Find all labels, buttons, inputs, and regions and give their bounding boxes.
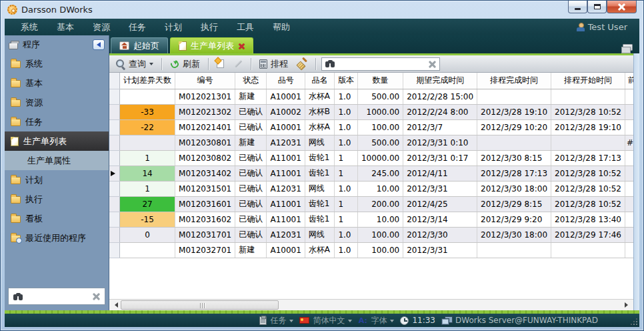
table-row[interactable]: -15M012031602已确认A11001齿轮1110.002012/3/14… — [109, 212, 639, 227]
cell-expect_finish: 2012/3/14 — [403, 212, 477, 227]
scroll-right-button[interactable] — [622, 300, 633, 310]
sidebar-collapse-button[interactable] — [93, 39, 105, 50]
menu-item-帮助[interactable]: 帮助 — [263, 19, 299, 35]
column-header-qty[interactable]: 数量 — [357, 73, 403, 89]
current-user[interactable]: Test User — [577, 22, 633, 32]
table-row[interactable]: -22M012021401已确认A10001水杯A1.0100.002012/3… — [109, 119, 639, 135]
menu-item-系统[interactable]: 系统 — [11, 19, 47, 35]
table-row[interactable]: M012030801新建A12031网线1.0500.002012/3/31 0… — [109, 135, 639, 150]
sidebar-item-任务[interactable]: 任务 — [5, 112, 109, 131]
row-selector[interactable] — [109, 212, 120, 227]
window-list-icon[interactable] — [623, 44, 633, 51]
cell-expect_finish: 2012/3/31 0:10 — [403, 135, 477, 150]
close-button[interactable] — [607, 1, 637, 13]
tab-close-icon[interactable] — [238, 43, 245, 49]
tab-orders-list[interactable]: 生产单列表 — [170, 37, 253, 53]
row-selector[interactable] — [109, 89, 120, 104]
app-gear-icon — [7, 5, 17, 15]
cell-item_name: 水杯B — [305, 104, 335, 119]
table-row[interactable]: 1M012030802已确认A11001齿轮1110000.002012/3/3… — [109, 150, 639, 166]
cell-item_name: 齿轮1 — [305, 166, 335, 181]
scrollbar-thumb[interactable] — [121, 300, 279, 310]
status-language-menu[interactable]: 简体中文 — [299, 315, 352, 326]
column-header-item_no[interactable]: 品号 — [267, 73, 305, 89]
menu-item-执行[interactable]: 执行 — [191, 19, 227, 35]
row-selector[interactable] — [109, 242, 120, 258]
menubar-items: 系统基本资源任务计划执行工具帮助 — [11, 19, 299, 35]
row-selector[interactable] — [109, 181, 120, 196]
column-header-status[interactable]: 状态 — [235, 73, 267, 89]
cell-qty: 245.00 — [357, 166, 403, 181]
sidebar-item-基本[interactable]: 基本 — [5, 73, 109, 93]
sidebar-item-看板[interactable]: 看板 — [5, 209, 109, 228]
schedule-button[interactable]: 排程 — [257, 57, 291, 71]
status-font-menu[interactable]: 字体 — [358, 315, 394, 326]
tab-home[interactable]: 起始页 — [111, 37, 168, 53]
table-row[interactable]: 0M012031701已确认A12031网线1.0100.002012/3/30… — [109, 227, 639, 242]
cell-item_no: A11001 — [267, 196, 305, 212]
row-selector-header — [109, 73, 120, 89]
resize-grip[interactable] — [631, 318, 637, 325]
table-row[interactable]: 27M012031601已确认A11001齿轮11200.002012/4/25… — [109, 196, 639, 212]
status-task-menu[interactable]: 任务 — [259, 315, 293, 326]
minimize-button[interactable] — [568, 1, 587, 13]
title-bar[interactable]: Darsson DWorks — [5, 1, 639, 19]
sidebar-item-最近使用的程序[interactable]: 最近使用的程序 — [5, 228, 109, 248]
column-header-sched_finish[interactable]: 排程完成时间 — [477, 73, 551, 89]
cell-item_no: A10002 — [267, 104, 305, 119]
column-header-code[interactable]: 编号 — [175, 73, 235, 89]
clear-schedule-button[interactable] — [295, 57, 310, 70]
scroll-left-button[interactable] — [109, 300, 120, 310]
row-selector[interactable] — [109, 104, 120, 119]
cell-qty: 100.00 — [357, 242, 403, 258]
row-selector[interactable] — [109, 135, 120, 150]
refresh-button[interactable]: 刷新 — [167, 57, 203, 71]
edit-button[interactable] — [231, 58, 245, 69]
sidebar-item-资源[interactable]: 资源 — [5, 93, 109, 112]
toolbar-search-input[interactable] — [339, 59, 425, 69]
sidebar-item-label: 计划 — [25, 174, 43, 186]
row-selector[interactable] — [109, 227, 120, 242]
sidebar-item-系统[interactable]: 系统 — [5, 54, 109, 73]
toolbar-search-clear-icon[interactable] — [428, 60, 436, 68]
sidebar-item-计划[interactable]: 计划 — [5, 170, 109, 190]
column-header-expect_finish[interactable]: 期望完成时间 — [403, 73, 477, 89]
vertical-scrollbar[interactable] — [633, 53, 639, 310]
sidebar-search-input[interactable] — [27, 291, 88, 302]
status-server: DWorks Server@FUNWAY-THINKPAD — [441, 316, 598, 325]
row-selector[interactable] — [109, 119, 120, 135]
cell-version: 1.0 — [335, 181, 358, 196]
menu-item-计划[interactable]: 计划 — [155, 19, 191, 35]
table-row[interactable]: M012032701新建A10001水杯A1.0100.002012/3/31 — [109, 242, 639, 258]
row-selector[interactable] — [109, 166, 120, 181]
cell-qty: 10.00 — [357, 212, 403, 227]
sidebar-item-生产单属性[interactable]: 生产单属性 — [5, 151, 109, 170]
table-row[interactable]: 1M012031501已确认A12031网线1.010.002012/3/312… — [109, 181, 639, 196]
sidebar-search-clear-icon[interactable] — [92, 292, 100, 300]
cell-status: 已确认 — [235, 150, 267, 166]
sidebar-item-执行[interactable]: 执行 — [5, 190, 109, 209]
row-selector[interactable] — [109, 150, 120, 166]
column-header-version[interactable]: 版本 — [335, 73, 358, 89]
column-header-sched_start[interactable]: 排程开始时间 — [551, 73, 625, 89]
cell-version: 1.0 — [335, 135, 358, 150]
maximize-button[interactable] — [587, 1, 607, 13]
user-name: Test User — [588, 22, 627, 32]
column-header-diff[interactable]: 计划差异天数 — [120, 73, 175, 89]
menu-item-工具[interactable]: 工具 — [227, 19, 263, 35]
table-row[interactable]: M012021301新建A10001水杯A1.0500.002012/2/28 … — [109, 89, 639, 104]
menu-item-资源[interactable]: 资源 — [83, 19, 119, 35]
query-button[interactable]: 查询 — [113, 57, 156, 71]
menu-item-基本[interactable]: 基本 — [47, 19, 83, 35]
row-selector[interactable] — [109, 196, 120, 212]
cell-code: M012031501 — [175, 181, 235, 196]
table-row[interactable]: -33M012021302已确认A10002水杯B1.01000.002012/… — [109, 104, 639, 119]
sidebar-item-生产单列表[interactable]: 生产单列表 — [5, 131, 109, 151]
menu-item-任务[interactable]: 任务 — [119, 19, 155, 35]
status-server-label: DWorks Server@FUNWAY-THINKPAD — [455, 316, 598, 325]
new-button[interactable] — [214, 58, 227, 69]
status-clock: 11:33 — [400, 316, 435, 325]
column-header-item_name[interactable]: 品名 — [305, 73, 335, 89]
table-row[interactable]: 14M012031402已确认A11001齿轮11245.002012/4/11… — [109, 166, 639, 181]
horizontal-scrollbar[interactable] — [109, 299, 639, 310]
